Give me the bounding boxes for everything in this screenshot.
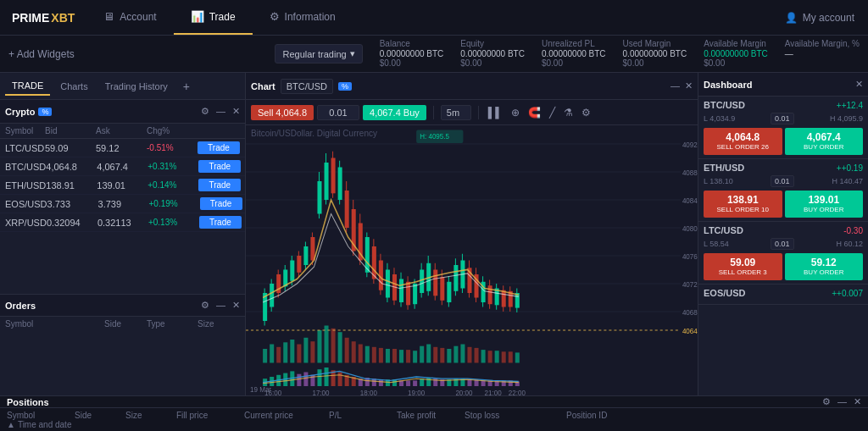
positions-minimize-icon[interactable]: — — [837, 396, 847, 407]
panel-tabs: TRADE Charts Trading History + — [0, 73, 245, 100]
add-tab-button[interactable]: + — [178, 78, 195, 95]
watchlist-minimize-icon[interactable]: — — [216, 106, 225, 117]
dash-sell-button[interactable]: 138.91 SELL ORDER 10 — [704, 191, 782, 218]
chart-minimize-icon[interactable]: — — [670, 80, 680, 91]
buy-button[interactable]: 4,067.4 Buy — [363, 105, 426, 120]
dash-high: H 140.47 — [832, 175, 863, 187]
chart-bars-icon[interactable]: ▌▌ — [486, 107, 505, 119]
watchlist-settings-icon[interactable]: ⚙ — [201, 106, 209, 117]
svg-rect-163 — [481, 380, 486, 386]
chart-magnet-icon[interactable]: 🧲 — [526, 107, 543, 119]
chart-settings-icon[interactable]: ⚙ — [579, 107, 593, 119]
left-panel: TRADE Charts Trading History + Crypto % … — [0, 73, 246, 395]
orders-minimize-icon[interactable]: — — [216, 300, 225, 311]
svg-rect-122 — [460, 345, 465, 363]
dash-qty-span: 0.01 — [771, 238, 794, 250]
nav-tab-account[interactable]: 🖥 Account — [86, 0, 173, 35]
orders-col-symbol: Symbol — [5, 319, 104, 329]
svg-text:4092.0: 4092.0 — [682, 141, 698, 149]
my-account-button[interactable]: 👤 My account — [771, 12, 868, 24]
bid: 138.91 — [46, 180, 97, 191]
dash-sell-button[interactable]: 59.09 SELL ORDER 3 — [704, 253, 782, 280]
qty-input[interactable] — [317, 105, 359, 120]
svg-rect-102 — [325, 326, 329, 363]
dash-buttons: 59.09 SELL ORDER 3 59.12 BUY ORDER — [704, 253, 863, 280]
dash-qty-select[interactable]: 0.01 — [771, 175, 794, 187]
chart-close-icon[interactable]: ✕ — [685, 80, 693, 91]
logo: PRIMEXBT — [0, 11, 86, 25]
nav-tab-information[interactable]: ⚙ Information — [253, 0, 353, 35]
svg-rect-108 — [365, 346, 370, 363]
chg: -0.51% — [147, 143, 198, 152]
dash-hl: L 4,034.9 0.01 H 4,095.9 — [704, 113, 863, 124]
svg-rect-111 — [386, 349, 390, 363]
trading-mode-label: Regular trading — [282, 49, 346, 59]
chart-body[interactable]: Bitcoin/USDollar. Digital Currency 4092.… — [246, 125, 698, 395]
dash-hl: L 58.54 0.01 H 60.12 — [704, 238, 863, 250]
available-margin-value: 0.00000000 BTC — [704, 49, 768, 58]
chart-flask-icon[interactable]: ⚗ — [561, 107, 576, 119]
dashboard-close-icon[interactable]: ✕ — [855, 79, 863, 89]
dash-buy-button[interactable]: 139.01 BUY ORDER — [785, 191, 864, 218]
dash-high: H 4,095.9 — [830, 113, 863, 124]
chart-crosshair-icon[interactable]: ⊕ — [509, 107, 522, 119]
tab-trade[interactable]: TRADE — [5, 77, 50, 96]
svg-rect-112 — [392, 349, 397, 363]
trade-button[interactable]: Trade — [200, 197, 242, 210]
positions-settings-icon[interactable]: ⚙ — [822, 396, 831, 407]
svg-rect-139 — [317, 369, 321, 386]
svg-rect-104 — [338, 332, 342, 362]
orders-settings-icon[interactable]: ⚙ — [201, 300, 209, 311]
dash-qty-select[interactable]: 0.01 — [771, 238, 794, 250]
available-margin-pct-label: Available Margin, % — [785, 39, 860, 48]
dash-sell-button[interactable]: 4,064.8 SELL ORDER 26 — [704, 128, 782, 155]
trade-button[interactable]: Trade — [198, 179, 241, 191]
dashboard-pair-block: BTC/USD ++12.4 L 4,034.9 0.01 H 4,095.9 … — [698, 97, 868, 159]
logo-prime: PRIME — [12, 11, 49, 25]
dashboard-pairs: BTC/USD ++12.4 L 4,034.9 0.01 H 4,095.9 … — [698, 97, 868, 305]
svg-rect-142 — [338, 373, 342, 387]
nav-tab-trade[interactable]: 📊 Trade — [174, 0, 253, 35]
list-item[interactable]: XRP/USD 0.32094 0.32113 +0.13% Trade — [0, 213, 245, 232]
svg-text:20:00: 20:00 — [455, 389, 472, 395]
trade-icon: 📊 — [191, 10, 204, 23]
list-item[interactable]: BTC/USD 4,064.8 4,067.4 +0.31% Trade — [0, 157, 245, 176]
trading-mode-select[interactable]: Regular trading ▾ — [275, 44, 362, 64]
dash-buy-button[interactable]: 59.12 BUY ORDER — [785, 253, 864, 280]
timeframe-select[interactable]: 5m1m15m1h4h1D — [441, 105, 471, 120]
dash-qty-select[interactable]: 0.01 — [771, 113, 794, 124]
trade-button[interactable]: Trade — [198, 141, 240, 154]
watchlist-rows: LTC/USD 59.09 59.12 -0.51% Trade BTC/USD… — [0, 139, 245, 232]
svg-rect-152 — [406, 380, 410, 386]
sell-button[interactable]: Sell 4,064.8 — [251, 105, 314, 120]
tab-charts[interactable]: Charts — [53, 78, 94, 95]
buy-price: 4,067.4 Buy — [370, 108, 420, 118]
add-widgets-button[interactable]: + Add Widgets — [8, 48, 75, 60]
bid: 3.733 — [47, 199, 98, 209]
svg-text:19 Mar: 19 Mar — [250, 384, 271, 393]
trade-button[interactable]: Trade — [198, 160, 241, 173]
list-item[interactable]: LTC/USD 59.09 59.12 -0.51% Trade — [0, 139, 245, 157]
svg-rect-109 — [372, 347, 376, 363]
user-icon: 👤 — [785, 12, 798, 24]
chart-line-icon[interactable]: ╱ — [547, 107, 558, 119]
dash-symbol: ETH/USD — [704, 163, 744, 173]
unrealized-pl-value: 0.00000000 BTC — [542, 49, 606, 58]
svg-rect-41 — [345, 191, 349, 228]
positions-bar: Positions ⚙ — ✕ Symbol Side Size Fill pr… — [0, 395, 868, 431]
dash-buy-button[interactable]: 4,067.4 BUY ORDER — [785, 128, 864, 155]
sell-price: 4,064.8 — [275, 108, 307, 118]
svg-rect-61 — [413, 284, 417, 304]
symbol: LTC/USD — [5, 143, 45, 153]
list-item[interactable]: EOS/USD 3.733 3.739 +0.19% Trade — [0, 195, 245, 213]
tab-trading-history[interactable]: Trading History — [98, 78, 175, 95]
watchlist-close-icon[interactable]: ✕ — [232, 106, 240, 117]
list-item[interactable]: ETH/USD 138.91 139.01 +0.14% Trade — [0, 176, 245, 195]
watchlist-badge: % — [38, 108, 52, 116]
bid: 0.32094 — [47, 218, 97, 228]
svg-rect-103 — [331, 329, 336, 363]
positions-close-icon[interactable]: ✕ — [854, 396, 861, 407]
chart-header: Chart BTC/USD % — ✕ — [246, 73, 698, 100]
orders-close-icon[interactable]: ✕ — [232, 300, 240, 311]
trade-button[interactable]: Trade — [199, 216, 242, 229]
